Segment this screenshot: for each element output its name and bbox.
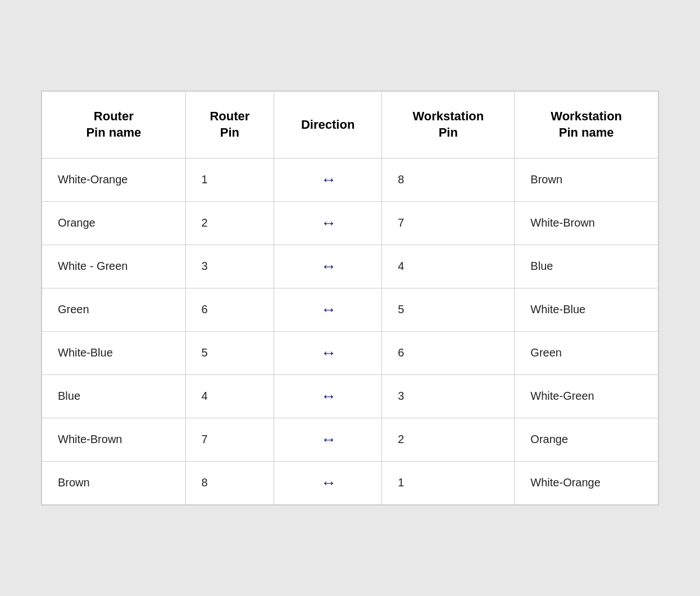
ws-pin-cell: 5 — [382, 288, 515, 331]
ws-pin-name-cell: White-Brown — [515, 201, 658, 245]
router-pin-name-cell: Green — [42, 288, 186, 331]
router-pin-cell: 3 — [185, 245, 274, 288]
header-router-pin-name: RouterPin name — [42, 92, 186, 158]
direction-cell: ↔ — [274, 331, 382, 374]
ws-pin-name-cell: Brown — [515, 158, 658, 201]
direction-cell: ↔ — [274, 158, 382, 201]
bidirectional-arrow-icon: ↔ — [321, 214, 335, 232]
bidirectional-arrow-icon: ↔ — [321, 431, 335, 449]
router-pin-name-cell: White-Orange — [42, 158, 186, 201]
ws-pin-cell: 8 — [382, 158, 515, 201]
main-table-wrapper: RouterPin name RouterPin Direction Works… — [41, 91, 659, 505]
crossover-table: RouterPin name RouterPin Direction Works… — [42, 91, 658, 504]
bidirectional-arrow-icon: ↔ — [321, 171, 335, 189]
router-pin-cell: 2 — [185, 201, 274, 245]
table-row: White-Blue5↔6Green — [42, 331, 658, 374]
router-pin-cell: 5 — [185, 331, 274, 374]
ws-pin-cell: 3 — [382, 374, 515, 418]
router-pin-name-cell: White - Green — [42, 245, 186, 288]
direction-cell: ↔ — [274, 374, 382, 418]
table-row: Brown8↔1White-Orange — [42, 461, 658, 504]
ws-pin-cell: 1 — [382, 461, 515, 504]
router-pin-name-cell: White-Blue — [42, 331, 186, 374]
header-row: RouterPin name RouterPin Direction Works… — [42, 92, 658, 158]
direction-cell: ↔ — [274, 461, 382, 504]
header-direction: Direction — [274, 92, 382, 158]
router-pin-cell: 7 — [185, 418, 274, 461]
bidirectional-arrow-icon: ↔ — [321, 258, 335, 276]
table-row: Blue4↔3White-Green — [42, 374, 658, 418]
ws-pin-name-cell: Orange — [515, 418, 658, 461]
table-row: Green6↔5White-Blue — [42, 288, 658, 331]
router-pin-name-cell: Orange — [42, 201, 186, 245]
router-pin-name-cell: Blue — [42, 374, 186, 418]
header-ws-pin-name: WorkstationPin name — [515, 92, 658, 158]
ws-pin-name-cell: Green — [515, 331, 658, 374]
ws-pin-cell: 4 — [382, 245, 515, 288]
router-pin-cell: 8 — [185, 461, 274, 504]
router-pin-name-cell: White-Brown — [42, 418, 186, 461]
router-pin-cell: 6 — [185, 288, 274, 331]
header-router-pin: RouterPin — [185, 92, 274, 158]
ws-pin-name-cell: Blue — [515, 245, 658, 288]
direction-cell: ↔ — [274, 418, 382, 461]
ws-pin-name-cell: White-Blue — [515, 288, 658, 331]
header-ws-pin: WorkstationPin — [382, 92, 515, 158]
ws-pin-name-cell: White-Orange — [515, 461, 658, 504]
bidirectional-arrow-icon: ↔ — [321, 301, 335, 319]
ws-pin-cell: 2 — [382, 418, 515, 461]
table-row: White-Brown7↔2Orange — [42, 418, 658, 461]
direction-cell: ↔ — [274, 245, 382, 288]
table-row: Orange2↔7White-Brown — [42, 201, 658, 245]
router-pin-name-cell: Brown — [42, 461, 186, 504]
router-pin-cell: 4 — [185, 374, 274, 418]
ws-pin-name-cell: White-Green — [515, 374, 658, 418]
bidirectional-arrow-icon: ↔ — [321, 344, 335, 362]
table-row: White - Green3↔4Blue — [42, 245, 658, 288]
ws-pin-cell: 6 — [382, 331, 515, 374]
table-row: White-Orange1↔8Brown — [42, 158, 658, 201]
bidirectional-arrow-icon: ↔ — [321, 474, 335, 492]
bidirectional-arrow-icon: ↔ — [321, 387, 335, 405]
direction-cell: ↔ — [274, 288, 382, 331]
direction-cell: ↔ — [274, 201, 382, 245]
router-pin-cell: 1 — [185, 158, 274, 201]
ws-pin-cell: 7 — [382, 201, 515, 245]
